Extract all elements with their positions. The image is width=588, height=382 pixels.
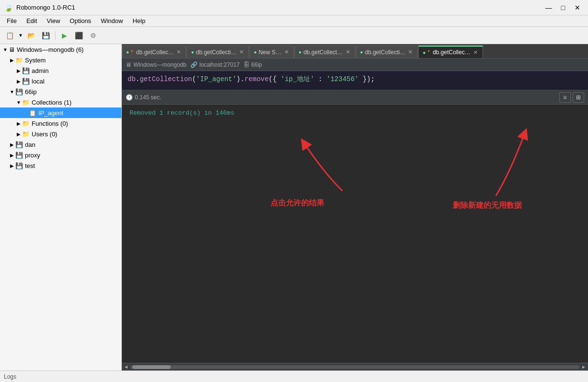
tab-modified-6: * bbox=[428, 49, 430, 56]
text-view-btn[interactable]: ≡ bbox=[559, 92, 571, 103]
tab-close-2[interactable]: ✕ bbox=[238, 49, 245, 55]
host-info: 🔗 localhost:27017 bbox=[190, 61, 240, 68]
collection-icon-ip-agent: 📋 bbox=[29, 109, 36, 117]
query-text: db.getCollection('IP_agent').remove({ 'i… bbox=[128, 75, 375, 83]
query-area[interactable]: db.getCollection('IP_agent').remove({ 'i… bbox=[122, 71, 588, 90]
tab-close-6[interactable]: ✕ bbox=[472, 49, 479, 56]
functions-label: Functions (0) bbox=[32, 120, 68, 127]
tree-test[interactable]: ▶ 💾 test bbox=[0, 160, 121, 171]
menu-view[interactable]: View bbox=[42, 16, 65, 25]
connection-icon: 🔗 bbox=[190, 61, 198, 68]
open-button[interactable]: 📂 bbox=[25, 29, 38, 42]
tab-close-4[interactable]: ✕ bbox=[345, 49, 351, 55]
tab-bar: ● * db.getCollec… ✕ ● db.getCollecti… ✕ … bbox=[122, 44, 588, 59]
users-label: Users (0) bbox=[32, 131, 57, 138]
tree-functions[interactable]: ▶ 📁 Functions (0) bbox=[0, 118, 121, 129]
sidebar: ▼ 🖥 Windows—mongodb (6) ▶ 📁 System ▶ 💾 a… bbox=[0, 44, 122, 370]
tree-system[interactable]: ▶ 📁 System bbox=[0, 55, 121, 65]
local-label: local bbox=[32, 78, 45, 85]
tab-dot-6: ● bbox=[423, 50, 425, 55]
tab-label-1: db.getCollec… bbox=[136, 49, 174, 56]
tab-dot-1: ● bbox=[126, 49, 129, 55]
system-label: System bbox=[25, 57, 46, 64]
annotation-arrow-2 bbox=[448, 109, 568, 205]
host-name: localhost:27017 bbox=[200, 61, 240, 68]
server-label: Windows—mongodb (6) bbox=[17, 46, 83, 53]
folder-icon-system: 📁 bbox=[15, 57, 23, 64]
tree-users[interactable]: ▶ 📁 Users (0) bbox=[0, 129, 121, 139]
horizontal-scrollbar[interactable]: ◄ ► bbox=[122, 363, 588, 370]
toolbar: 📋 ▼ 📂 💾 ▶ ⬛ ⚙ bbox=[0, 27, 588, 44]
arrow-system: ▶ bbox=[9, 58, 15, 63]
result-text-content: Removed 1 record(s) in 146ms bbox=[129, 109, 234, 117]
minimize-button[interactable]: — bbox=[542, 2, 555, 13]
tab-close-5[interactable]: ✕ bbox=[407, 49, 413, 55]
tree-66ip[interactable]: ▼ 💾 66ip bbox=[0, 86, 121, 97]
tree-collections[interactable]: ▼ 📁 Collections (1) bbox=[0, 97, 121, 107]
folder-icon-functions: 📁 bbox=[22, 120, 30, 127]
clock-icon: 🕐 bbox=[126, 94, 133, 101]
server-info: 🖥 Windows—mongodb bbox=[126, 61, 187, 68]
menu-options[interactable]: Options bbox=[65, 16, 96, 25]
tab-6[interactable]: ● * db.getCollec… ✕ bbox=[418, 46, 482, 58]
db-info: 🗄 66ip bbox=[244, 61, 262, 68]
new-dropdown-arrow[interactable]: ▼ bbox=[17, 33, 24, 38]
save-button[interactable]: 💾 bbox=[39, 29, 53, 42]
bottom-bar: Logs bbox=[0, 370, 588, 382]
tree-local[interactable]: ▶ 💾 local bbox=[0, 76, 121, 86]
scroll-thumb[interactable] bbox=[132, 365, 171, 369]
app-title: Robomongo 1.0-RC1 bbox=[16, 4, 542, 11]
new-button[interactable]: 📋 bbox=[3, 29, 16, 42]
tree-ip-agent[interactable]: 📋 IP_agent bbox=[0, 107, 121, 118]
folder-icon-users: 📁 bbox=[22, 131, 30, 138]
menu-help[interactable]: Help bbox=[128, 16, 150, 25]
close-button[interactable]: ✕ bbox=[571, 2, 584, 13]
server-name: Windows—mongodb bbox=[133, 61, 187, 68]
tree-proxy[interactable]: ▶ 💾 proxy bbox=[0, 150, 121, 160]
db-icon-dan: 💾 bbox=[15, 141, 23, 148]
arrow-server: ▼ bbox=[2, 47, 9, 52]
menu-edit[interactable]: Edit bbox=[22, 16, 42, 25]
arrow-dan: ▶ bbox=[9, 142, 15, 147]
run-button[interactable]: ▶ bbox=[58, 29, 71, 42]
arrow-admin: ▶ bbox=[15, 68, 22, 73]
collections-label: Collections (1) bbox=[32, 99, 71, 106]
ip-agent-label: IP_agent bbox=[38, 109, 63, 117]
menu-window[interactable]: Window bbox=[96, 16, 128, 25]
results-toolbar: 🕐 0.145 sec. ≡ ⊞ bbox=[122, 90, 588, 105]
tab-dot-2: ● bbox=[191, 49, 194, 55]
monitor-icon: 🖥 bbox=[126, 61, 131, 68]
tab-1[interactable]: ● * db.getCollec… ✕ bbox=[122, 46, 186, 58]
tab-2[interactable]: ● db.getCollecti… ✕ bbox=[187, 46, 249, 58]
scroll-track[interactable] bbox=[130, 365, 579, 369]
tab-5[interactable]: ● db.getCollecti… ✕ bbox=[356, 46, 418, 58]
folder-icon-collections: 📁 bbox=[22, 99, 30, 106]
stop-button[interactable]: ⬛ bbox=[72, 29, 86, 42]
settings-button[interactable]: ⚙ bbox=[87, 29, 100, 42]
scroll-left-btn[interactable]: ◄ bbox=[124, 364, 129, 370]
tree-server[interactable]: ▼ 🖥 Windows—mongodb (6) bbox=[0, 44, 121, 55]
test-label: test bbox=[25, 162, 35, 169]
arrow-66ip: ▼ bbox=[9, 89, 15, 95]
tree-admin[interactable]: ▶ 💾 admin bbox=[0, 65, 121, 76]
arrow-collections: ▼ bbox=[15, 100, 22, 105]
maximize-button[interactable]: □ bbox=[556, 2, 570, 13]
tab-3[interactable]: ● New S… ✕ bbox=[249, 46, 294, 58]
tab-label-6: db.getCollec… bbox=[433, 49, 470, 56]
scroll-right-btn[interactable]: ► bbox=[581, 364, 586, 370]
tab-dot-5: ● bbox=[360, 49, 363, 55]
dan-label: dan bbox=[25, 141, 35, 148]
tab-close-1[interactable]: ✕ bbox=[176, 49, 182, 55]
logs-label: Logs bbox=[4, 373, 16, 380]
tab-4[interactable]: ● db.getCollect… ✕ bbox=[294, 46, 355, 58]
db-icon-test: 💾 bbox=[15, 162, 23, 169]
content-area: ● * db.getCollec… ✕ ● db.getCollecti… ✕ … bbox=[122, 44, 588, 370]
menu-file[interactable]: File bbox=[2, 16, 22, 25]
proxy-label: proxy bbox=[25, 152, 40, 159]
title-bar: 🍃 Robomongo 1.0-RC1 — □ ✕ bbox=[0, 0, 588, 15]
tree-dan[interactable]: ▶ 💾 dan bbox=[0, 139, 121, 150]
tab-close-3[interactable]: ✕ bbox=[283, 49, 290, 55]
db-icon-admin: 💾 bbox=[22, 67, 30, 74]
tree-view-btn[interactable]: ⊞ bbox=[573, 92, 584, 103]
results-area[interactable]: Removed 1 record(s) in 146ms 点击允许的结果 bbox=[122, 105, 588, 363]
